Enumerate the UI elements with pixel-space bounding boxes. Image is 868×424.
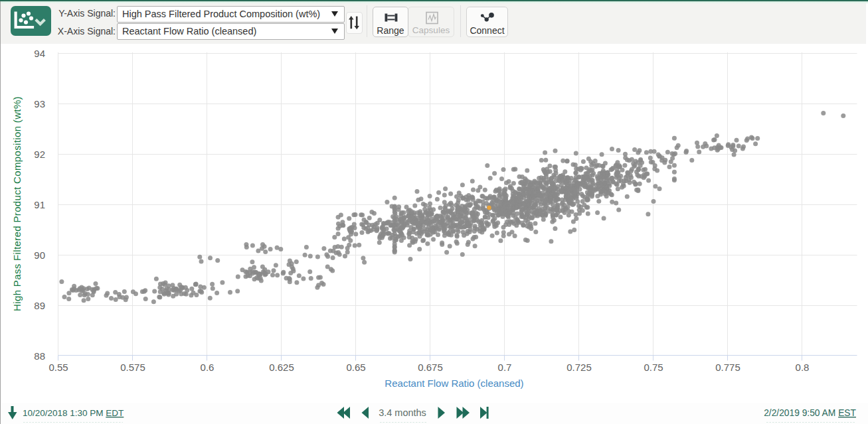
svg-text:0.75: 0.75: [644, 362, 663, 373]
svg-text:0.725: 0.725: [566, 362, 592, 373]
svg-text:2/2/2019 9:50 AM EST: 2/2/2019 9:50 AM EST: [764, 408, 856, 418]
svg-text:94: 94: [34, 48, 45, 59]
svg-text:91: 91: [34, 199, 45, 210]
svg-text:0.6: 0.6: [201, 362, 215, 373]
svg-text:92: 92: [34, 149, 45, 160]
svg-text:0.675: 0.675: [418, 362, 443, 373]
svg-text:89: 89: [34, 300, 45, 311]
svg-text:0.65: 0.65: [346, 362, 365, 373]
svg-text:0.8: 0.8: [796, 362, 810, 373]
svg-text:3.4 months: 3.4 months: [379, 407, 426, 418]
svg-text:High Pass Filtered Product Com: High Pass Filtered Product Composition (…: [11, 96, 23, 311]
svg-text:0.775: 0.775: [715, 362, 740, 373]
svg-text:90: 90: [34, 249, 45, 261]
svg-text:0.55: 0.55: [48, 362, 68, 373]
svg-text:0.625: 0.625: [269, 362, 294, 373]
svg-text:0.7: 0.7: [498, 362, 512, 373]
svg-text:88: 88: [34, 350, 45, 362]
svg-text:10/20/2018 1:30 PM EDT: 10/20/2018 1:30 PM EDT: [23, 408, 124, 418]
svg-text:0.575: 0.575: [120, 362, 145, 373]
svg-text:93: 93: [34, 98, 45, 109]
svg-text:Reactant Flow Ratio (cleansed): Reactant Flow Ratio (cleansed): [385, 378, 523, 389]
